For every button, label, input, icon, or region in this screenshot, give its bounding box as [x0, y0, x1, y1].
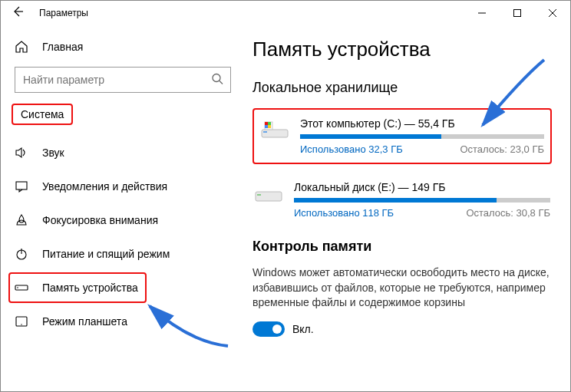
- sidebar-item-notifications[interactable]: Уведомления и действия: [1, 170, 245, 203]
- local-storage-title: Локальное хранилище: [252, 80, 552, 96]
- drive-c[interactable]: Этот компьютер (C:) — 55,4 ГБ Использова…: [252, 108, 552, 164]
- close-button[interactable]: [535, 1, 570, 25]
- sidebar-item-label: Уведомления и действия: [42, 180, 167, 193]
- sidebar-item-label: Память устройства: [42, 282, 138, 294]
- titlebar: Параметры: [1, 1, 570, 25]
- sidebar-item-focus[interactable]: Фокусировка внимания: [1, 203, 245, 237]
- svg-rect-16: [265, 122, 268, 125]
- window-title: Параметры: [39, 8, 88, 18]
- drive-c-icon: [260, 119, 289, 140]
- main-content: Память устройства Локальное хранилище Эт…: [245, 25, 570, 391]
- drive-e-bar: [294, 198, 550, 203]
- drive-c-title: Этот компьютер (C:) — 55,4 ГБ: [300, 117, 544, 130]
- page-title: Память устройства: [252, 38, 552, 61]
- drive-e-free: Осталось: 30,8 ГБ: [466, 207, 550, 219]
- settings-window: Параметры Главная: [0, 0, 571, 392]
- sidebar-item-storage[interactable]: Память устройства: [1, 271, 245, 305]
- back-button[interactable]: [12, 6, 24, 20]
- sidebar-item-label: Звук: [42, 147, 64, 159]
- focus-icon: [15, 213, 28, 227]
- svg-rect-21: [257, 194, 261, 196]
- category-label: Система: [21, 108, 64, 120]
- drive-e-used: Использовано 118 ГБ: [294, 207, 394, 219]
- minimize-button[interactable]: [464, 1, 500, 25]
- search-input[interactable]: [15, 67, 231, 93]
- svg-rect-17: [268, 122, 271, 125]
- sidebar-item-sound[interactable]: Звук: [1, 136, 245, 170]
- svg-rect-1: [514, 10, 521, 17]
- notifications-icon: [15, 180, 28, 193]
- storage-sense-desc: Windows может автоматически освободить м…: [252, 265, 552, 311]
- sidebar: Главная Система Звук: [1, 25, 245, 391]
- svg-rect-19: [268, 125, 271, 128]
- sidebar-item-label: Фокусировка внимания: [42, 214, 158, 226]
- home-nav[interactable]: Главная: [1, 31, 245, 62]
- drive-e-icon: [254, 183, 283, 204]
- drive-c-bar: [300, 134, 544, 139]
- sidebar-item-label: Режим планшета: [42, 315, 127, 328]
- drive-c-used: Использовано 32,3 ГБ: [300, 143, 403, 155]
- storage-sense-toggle-label: Вкл.: [292, 323, 314, 335]
- svg-rect-6: [16, 182, 27, 189]
- tablet-icon: [15, 315, 28, 328]
- svg-rect-13: [262, 130, 288, 137]
- home-icon: [15, 40, 28, 54]
- search-box[interactable]: [15, 67, 231, 93]
- svg-point-12: [21, 324, 21, 324]
- category-system[interactable]: Система: [12, 104, 73, 125]
- svg-rect-20: [256, 192, 282, 201]
- drive-c-free: Осталось: 23,0 ГБ: [460, 143, 544, 155]
- power-icon: [15, 247, 28, 261]
- storage-icon: [15, 281, 28, 295]
- maximize-button[interactable]: [500, 1, 535, 25]
- svg-rect-14: [263, 131, 267, 133]
- svg-point-10: [17, 287, 18, 288]
- drive-e-title: Локальный диск (E:) — 149 ГБ: [294, 181, 550, 193]
- sound-icon: [15, 146, 28, 160]
- svg-rect-18: [265, 125, 268, 128]
- home-label: Главная: [42, 41, 83, 53]
- sidebar-item-power[interactable]: Питание и спящий режим: [1, 237, 245, 271]
- storage-sense-title: Контроль памяти: [252, 239, 552, 255]
- sidebar-item-tablet[interactable]: Режим планшета: [1, 305, 245, 338]
- drive-e[interactable]: Локальный диск (E:) — 149 ГБ Использован…: [252, 178, 552, 222]
- storage-sense-toggle[interactable]: [252, 321, 285, 337]
- sidebar-item-label: Питание и спящий режим: [42, 248, 170, 260]
